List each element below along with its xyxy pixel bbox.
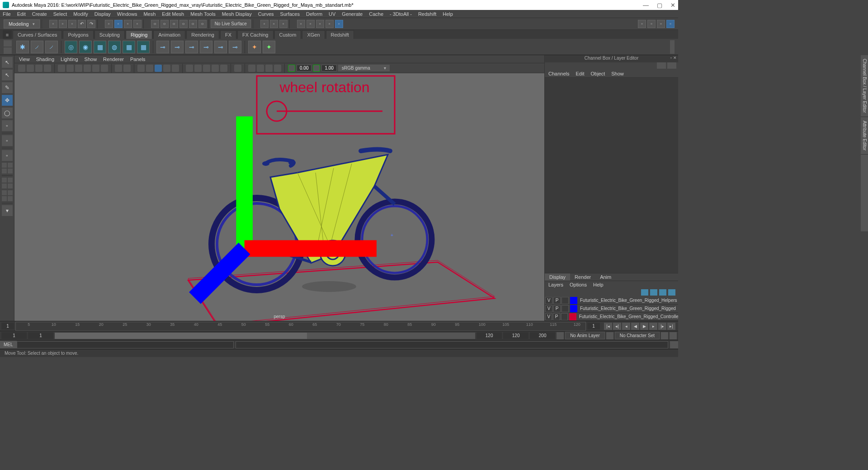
last-tool[interactable]: ▫ [2, 135, 13, 146]
vp-icon[interactable] [186, 65, 193, 72]
shelf-tab-polygons[interactable]: Polygons [63, 30, 93, 39]
layout-icon[interactable] [8, 178, 13, 183]
range-button[interactable] [606, 332, 613, 339]
vp-icon[interactable] [27, 65, 34, 72]
fps-field[interactable]: 200 [530, 332, 555, 339]
skin-bind-icon[interactable]: ◎ [65, 41, 77, 53]
step-back-button[interactable]: ◂ [622, 323, 630, 330]
maximize-button[interactable]: ▢ [657, 2, 662, 9]
live-surface-selector[interactable]: No Live Surface [211, 19, 251, 28]
cbmenu-edit[interactable]: Edit [576, 71, 584, 76]
layout-icon[interactable] [8, 183, 13, 188]
layout-icon[interactable] [8, 163, 13, 168]
shelf-tab-xgen[interactable]: XGen [302, 30, 325, 39]
shelf-tab-fx[interactable]: FX [220, 30, 236, 39]
timeline-start-frame[interactable]: 1 [1, 323, 14, 329]
layer-action-icon[interactable] [650, 289, 657, 296]
minimize-button[interactable]: — [643, 2, 649, 9]
playback-end[interactable]: 120 [476, 332, 502, 339]
vp-icon[interactable] [203, 65, 210, 72]
ik-spline-icon[interactable]: ⟋ [45, 41, 58, 53]
menu-dtoall[interactable]: - 3DtoAll - [390, 11, 412, 17]
vp-icon[interactable] [163, 65, 170, 72]
layer-playback-toggle[interactable]: P [553, 313, 560, 320]
paint-weights-icon[interactable]: ▦ [123, 41, 135, 53]
scale-tool[interactable]: ▫ [2, 120, 13, 131]
layer-playback-toggle[interactable]: P [553, 305, 561, 312]
outliner-icon[interactable]: ▾ [2, 205, 13, 216]
paint-weights-icon[interactable]: ◍ [108, 41, 121, 53]
vp-icon[interactable] [137, 65, 145, 72]
layout-icon[interactable] [8, 196, 13, 201]
vpmenu-shading[interactable]: Shading [36, 56, 54, 62]
character-set-selector[interactable]: No Character Set [615, 332, 660, 339]
constraint-icon[interactable]: ⊸ [171, 41, 184, 53]
layer-playback-toggle[interactable]: P [553, 297, 561, 304]
file-save-icon[interactable]: ▫ [68, 20, 76, 28]
undo-icon[interactable]: ↶ [78, 20, 86, 28]
menu-mesh[interactable]: Mesh [143, 11, 156, 17]
snap-icon[interactable]: ○ [179, 20, 188, 28]
range-button[interactable] [661, 332, 668, 339]
layout-icon[interactable]: ▫ [666, 20, 675, 28]
script-editor-button[interactable] [670, 341, 678, 348]
move-tool[interactable]: ✥ [2, 95, 13, 106]
vpmenu-lighting[interactable]: Lighting [61, 56, 78, 62]
vp-icon[interactable] [274, 65, 281, 72]
layer-color-swatch[interactable] [569, 313, 576, 320]
history-icon[interactable]: ▫ [260, 20, 269, 28]
play-back-button[interactable]: ◀ [631, 323, 639, 330]
timeline-end-frame[interactable]: 1 [587, 323, 600, 329]
vp-icon[interactable] [84, 65, 91, 72]
constraint-icon[interactable]: ⊸ [156, 41, 169, 53]
vp-icon[interactable] [75, 65, 82, 72]
range-slider-track[interactable] [55, 333, 475, 339]
menu-edit[interactable]: Edit [17, 11, 26, 17]
shelf-tab-fxcaching[interactable]: FX Caching [237, 30, 273, 39]
layer-type-cell[interactable] [561, 305, 569, 312]
menu-file[interactable]: File [3, 11, 11, 17]
menu-display[interactable]: Display [94, 11, 111, 17]
shelf-tab-custom[interactable]: Custom [274, 30, 302, 39]
vp-icon[interactable] [58, 65, 65, 72]
cbmenu-channels[interactable]: Channels [548, 71, 569, 76]
layer-row[interactable]: VPFuturistic_Electric_Bike_Green_Rigged_… [545, 296, 678, 305]
timeline-ruler[interactable]: 5101520253035404550556065707580859095100… [15, 322, 586, 331]
select-mode-icon[interactable]: ▫ [133, 20, 142, 28]
layermenu-help[interactable]: Help [593, 282, 604, 287]
history-icon[interactable]: ▫ [270, 20, 278, 28]
shelf-tab-redshift[interactable]: Redshift [326, 30, 354, 39]
range-end[interactable]: 120 [503, 332, 528, 339]
vpmenu-panels[interactable]: Panels [130, 56, 146, 62]
layer-action-icon[interactable] [641, 289, 648, 296]
colorspace-selector[interactable]: sRGB gamma [338, 65, 390, 71]
layer-tab-render[interactable]: Render [570, 273, 595, 281]
layout-icon[interactable]: ▫ [638, 20, 646, 28]
snap-icon[interactable]: ○ [170, 20, 178, 28]
exposure-value[interactable]: 0.00 [297, 65, 311, 71]
constraint-icon[interactable]: ⊸ [200, 41, 212, 53]
vp-icon[interactable] [220, 65, 227, 72]
gamma-value[interactable]: 1.00 [321, 65, 336, 71]
select-tool[interactable]: ↖ [2, 57, 13, 68]
vp-icon[interactable] [155, 65, 162, 72]
cb-toggle-icon[interactable] [667, 62, 676, 69]
redo-icon[interactable]: ↷ [87, 20, 95, 28]
layout-icon[interactable] [8, 190, 13, 195]
layout-single-icon[interactable]: ▫ [2, 150, 13, 161]
layout-icon[interactable] [2, 196, 7, 201]
file-open-icon[interactable]: ▫ [59, 20, 67, 28]
paint-weights-icon[interactable]: ▦ [94, 41, 106, 53]
vp-icon[interactable] [44, 65, 51, 72]
humanik-icon[interactable]: ✦ [263, 41, 275, 53]
layout-icon[interactable]: ▫ [647, 20, 656, 28]
shelf-toggle-icon[interactable] [4, 40, 12, 47]
render-icon[interactable]: ▫ [326, 20, 334, 28]
layer-color-swatch[interactable] [570, 305, 577, 312]
layout-icon[interactable] [2, 178, 7, 183]
menu-redshift[interactable]: Redshift [418, 11, 436, 17]
menu-windows[interactable]: Windows [117, 11, 137, 17]
step-back-key-button[interactable]: ◂| [613, 323, 621, 330]
cb-toggle-icon[interactable] [657, 62, 666, 69]
shelf-tab-curvessurfaces[interactable]: Curves / Surfaces [13, 30, 62, 39]
